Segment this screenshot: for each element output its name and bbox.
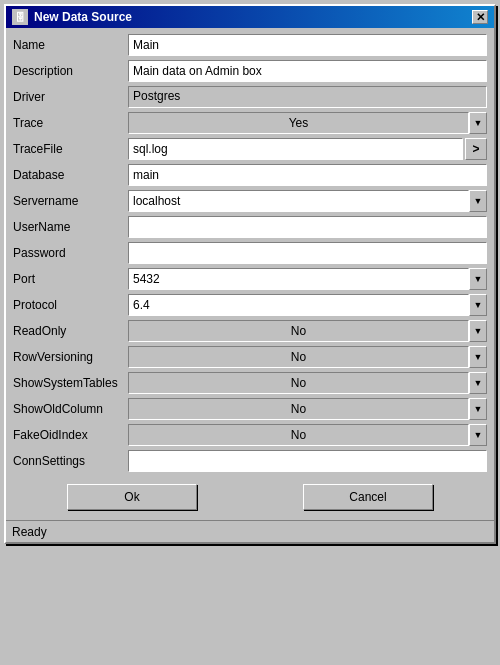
readonly-value-cell: No ▼ bbox=[125, 318, 490, 344]
trace-dropdown[interactable]: Yes ▼ bbox=[128, 112, 487, 134]
fakeoidindex-value: No bbox=[128, 424, 469, 446]
protocol-dropdown-arrow[interactable]: ▼ bbox=[469, 294, 487, 316]
password-label: Password bbox=[10, 240, 125, 266]
driver-value-cell: Postgres bbox=[125, 84, 490, 110]
port-dropdown[interactable]: 5432 ▼ bbox=[128, 268, 487, 290]
status-text: Ready bbox=[12, 525, 47, 539]
servername-dropdown[interactable]: localhost ▼ bbox=[128, 190, 487, 212]
servername-row: Servername localhost ▼ bbox=[10, 188, 490, 214]
form-table: Name Description Driver Postgres bbox=[10, 32, 490, 474]
trace-dropdown-arrow[interactable]: ▼ bbox=[469, 112, 487, 134]
protocol-value: 6.4 bbox=[128, 294, 469, 316]
fakeoidindex-dropdown-arrow[interactable]: ▼ bbox=[469, 424, 487, 446]
password-row: Password bbox=[10, 240, 490, 266]
showsystemtables-row: ShowSystemTables No ▼ bbox=[10, 370, 490, 396]
showoldcolumn-dropdown[interactable]: No ▼ bbox=[128, 398, 487, 420]
port-value: 5432 bbox=[128, 268, 469, 290]
showsystemtables-dropdown-arrow[interactable]: ▼ bbox=[469, 372, 487, 394]
username-label: UserName bbox=[10, 214, 125, 240]
name-input[interactable] bbox=[128, 34, 487, 56]
main-window: 🗄 New Data Source ✕ Name Description bbox=[4, 4, 496, 544]
protocol-dropdown[interactable]: 6.4 ▼ bbox=[128, 294, 487, 316]
showsystemtables-value: No bbox=[128, 372, 469, 394]
tracefile-label: TraceFile bbox=[10, 136, 125, 162]
servername-value: localhost bbox=[128, 190, 469, 212]
trace-value-cell: Yes ▼ bbox=[125, 110, 490, 136]
connsettings-label: ConnSettings bbox=[10, 448, 125, 474]
connsettings-value-cell bbox=[125, 448, 490, 474]
showoldcolumn-label: ShowOldColumn bbox=[10, 396, 125, 422]
showoldcolumn-dropdown-arrow[interactable]: ▼ bbox=[469, 398, 487, 420]
rowversioning-label: RowVersioning bbox=[10, 344, 125, 370]
port-label: Port bbox=[10, 266, 125, 292]
name-label: Name bbox=[10, 32, 125, 58]
port-dropdown-arrow[interactable]: ▼ bbox=[469, 268, 487, 290]
trace-row: Trace Yes ▼ bbox=[10, 110, 490, 136]
fakeoidindex-label: FakeOidIndex bbox=[10, 422, 125, 448]
readonly-dropdown-arrow[interactable]: ▼ bbox=[469, 320, 487, 342]
readonly-label: ReadOnly bbox=[10, 318, 125, 344]
title-bar: 🗄 New Data Source ✕ bbox=[6, 6, 494, 28]
status-bar: Ready bbox=[6, 520, 494, 542]
database-value-cell bbox=[125, 162, 490, 188]
window-title: New Data Source bbox=[34, 10, 132, 24]
database-input[interactable] bbox=[128, 164, 487, 186]
rowversioning-value-cell: No ▼ bbox=[125, 344, 490, 370]
driver-value: Postgres bbox=[128, 86, 487, 108]
servername-value-cell: localhost ▼ bbox=[125, 188, 490, 214]
password-input[interactable] bbox=[128, 242, 487, 264]
username-value-cell bbox=[125, 214, 490, 240]
description-label: Description bbox=[10, 58, 125, 84]
username-input[interactable] bbox=[128, 216, 487, 238]
driver-row: Driver Postgres bbox=[10, 84, 490, 110]
tracefile-browse-button[interactable]: > bbox=[465, 138, 487, 160]
port-row: Port 5432 ▼ bbox=[10, 266, 490, 292]
protocol-label: Protocol bbox=[10, 292, 125, 318]
connsettings-row: ConnSettings bbox=[10, 448, 490, 474]
tracefile-container: > bbox=[128, 138, 487, 160]
database-row: Database bbox=[10, 162, 490, 188]
protocol-value-cell: 6.4 ▼ bbox=[125, 292, 490, 318]
close-button[interactable]: ✕ bbox=[472, 10, 488, 24]
readonly-dropdown[interactable]: No ▼ bbox=[128, 320, 487, 342]
database-label: Database bbox=[10, 162, 125, 188]
trace-label: Trace bbox=[10, 110, 125, 136]
description-value-cell bbox=[125, 58, 490, 84]
port-value-cell: 5432 ▼ bbox=[125, 266, 490, 292]
ok-button[interactable]: Ok bbox=[67, 484, 197, 510]
description-input[interactable] bbox=[128, 60, 487, 82]
username-row: UserName bbox=[10, 214, 490, 240]
cancel-button[interactable]: Cancel bbox=[303, 484, 433, 510]
description-row: Description bbox=[10, 58, 490, 84]
fakeoidindex-row: FakeOidIndex No ▼ bbox=[10, 422, 490, 448]
showoldcolumn-value-cell: No ▼ bbox=[125, 396, 490, 422]
name-value-cell bbox=[125, 32, 490, 58]
trace-value: Yes bbox=[128, 112, 469, 134]
rowversioning-dropdown-arrow[interactable]: ▼ bbox=[469, 346, 487, 368]
title-bar-text: 🗄 New Data Source bbox=[12, 9, 132, 25]
name-row: Name bbox=[10, 32, 490, 58]
rowversioning-dropdown[interactable]: No ▼ bbox=[128, 346, 487, 368]
window-icon: 🗄 bbox=[12, 9, 28, 25]
button-row: Ok Cancel bbox=[10, 478, 490, 516]
servername-label: Servername bbox=[10, 188, 125, 214]
readonly-value: No bbox=[128, 320, 469, 342]
readonly-row: ReadOnly No ▼ bbox=[10, 318, 490, 344]
showsystemtables-value-cell: No ▼ bbox=[125, 370, 490, 396]
showsystemtables-label: ShowSystemTables bbox=[10, 370, 125, 396]
showoldcolumn-row: ShowOldColumn No ▼ bbox=[10, 396, 490, 422]
servername-dropdown-arrow[interactable]: ▼ bbox=[469, 190, 487, 212]
tracefile-row: TraceFile > bbox=[10, 136, 490, 162]
showsystemtables-dropdown[interactable]: No ▼ bbox=[128, 372, 487, 394]
rowversioning-value: No bbox=[128, 346, 469, 368]
tracefile-input[interactable] bbox=[128, 138, 463, 160]
connsettings-input[interactable] bbox=[128, 450, 487, 472]
form-content: Name Description Driver Postgres bbox=[6, 28, 494, 520]
showoldcolumn-value: No bbox=[128, 398, 469, 420]
tracefile-value-cell: > bbox=[125, 136, 490, 162]
rowversioning-row: RowVersioning No ▼ bbox=[10, 344, 490, 370]
fakeoidindex-dropdown[interactable]: No ▼ bbox=[128, 424, 487, 446]
protocol-row: Protocol 6.4 ▼ bbox=[10, 292, 490, 318]
driver-label: Driver bbox=[10, 84, 125, 110]
password-value-cell bbox=[125, 240, 490, 266]
